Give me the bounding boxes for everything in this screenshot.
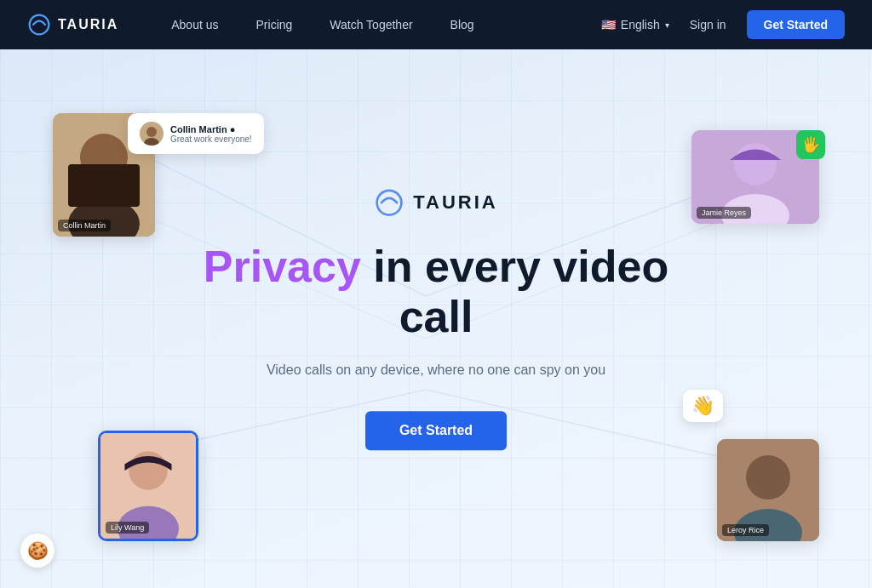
cookie-button[interactable]: 🍪 (20, 534, 54, 568)
nav-link-watch-together[interactable]: Watch Together (311, 18, 431, 31)
nav-logo-text: TAURIA (58, 17, 118, 32)
headline-privacy-word: Privacy (204, 242, 361, 291)
comment-bubble: Collin Martin ● Great work everyone! (128, 113, 264, 154)
nav-get-started-button[interactable]: Get Started (747, 10, 845, 39)
language-selector[interactable]: 🇺🇸 English ▾ (601, 18, 669, 31)
hero-section: Collin Martin ● Great work everyone! Col… (0, 49, 872, 588)
jamie-name-tag: Jamie Reyes (697, 207, 751, 219)
bubble-user-name: Collin Martin ● (170, 124, 252, 134)
collin-name-tag: Collin Martin (58, 220, 111, 231)
hero-brand-icon (374, 187, 404, 218)
bubble-avatar (140, 122, 164, 146)
nav-link-about[interactable]: About us (152, 18, 237, 31)
headline-rest: in every video call (361, 242, 668, 342)
chevron-down-icon: ▾ (665, 20, 669, 30)
hero-headline: Privacy in every video call (181, 242, 691, 344)
bubble-avatar-icon (140, 122, 164, 146)
svg-rect-12 (68, 164, 140, 207)
nav-link-blog[interactable]: Blog (432, 18, 493, 31)
nav-link-pricing[interactable]: Pricing (238, 18, 312, 31)
hero-subtext: Video calls on any device, where no one … (181, 360, 691, 380)
hero-get-started-button[interactable]: Get Started (365, 411, 507, 450)
leroy-avatar: Leroy Rice (717, 439, 819, 541)
hero-brand-text: TAURIA (413, 191, 497, 214)
navbar: TAURIA About us Pricing Watch Together B… (0, 0, 872, 49)
video-card-leroy: Leroy Rice (717, 439, 819, 541)
hero-brand: TAURIA (181, 187, 691, 218)
nav-right: 🇺🇸 English ▾ Sign in Get Started (601, 10, 845, 39)
lang-label: English (621, 18, 660, 31)
nav-links: About us Pricing Watch Together Blog (152, 18, 601, 31)
signin-link[interactable]: Sign in (683, 18, 733, 31)
tauria-logo-icon (27, 13, 51, 37)
wave-emoji-badge: 👋 (683, 390, 723, 422)
lang-flag: 🇺🇸 (601, 18, 616, 31)
leroy-name-tag: Leroy Rice (722, 524, 769, 536)
hero-center-content: TAURIA Privacy in every video call Video… (181, 187, 691, 451)
hand-icon: 🖐️ (801, 135, 820, 154)
svg-point-8 (144, 138, 159, 146)
raise-hand-badge: 🖐️ (796, 130, 825, 159)
lily-name-tag: Lily Wang (106, 522, 149, 534)
svg-point-17 (746, 455, 790, 500)
bubble-message: Great work everyone! (170, 134, 252, 144)
nav-logo[interactable]: TAURIA (27, 13, 118, 37)
svg-point-7 (146, 127, 157, 137)
bubble-text: Collin Martin ● Great work everyone! (170, 124, 252, 144)
